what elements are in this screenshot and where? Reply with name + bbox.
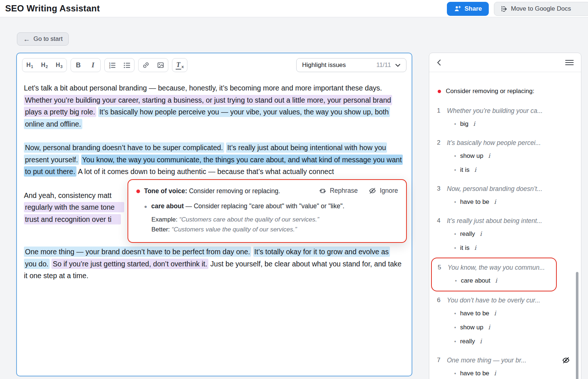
info-icon[interactable]: i [494, 198, 496, 205]
go-to-start-label: Go to start [33, 35, 62, 43]
h3-button[interactable]: H3 [52, 59, 67, 72]
eye-slash-icon[interactable] [562, 356, 570, 364]
issue-sentence-row[interactable]: 3Now, personal branding doesn’t... [437, 184, 570, 194]
issue-number: 3 [437, 185, 442, 192]
bold-button[interactable]: B [71, 59, 86, 72]
sidebar-scrollbar[interactable] [576, 272, 578, 379]
popup-actions: Rephrase Ignore [319, 186, 398, 195]
keyword-row[interactable]: •reallyi [437, 230, 570, 240]
issue-list: 1Whether you’re building your ca...•bigi… [437, 106, 570, 379]
issue-item: 5You know, the way you commun...•care ab… [438, 263, 551, 286]
share-button[interactable]: Share [447, 2, 489, 16]
text-segment: A lot of it comes down to being authenti… [76, 167, 334, 176]
image-button[interactable] [153, 59, 168, 72]
info-icon[interactable]: i [488, 152, 490, 159]
info-icon[interactable]: i [474, 166, 476, 173]
keyword-row[interactable]: •have to bei [437, 369, 570, 379]
hamburger-menu-icon[interactable] [565, 60, 574, 65]
example-label: Example: [151, 216, 179, 223]
keyword-row[interactable]: •bigi [437, 120, 570, 130]
keyword-label: care about [461, 277, 490, 284]
example-row: Example: “Customers care about the quali… [151, 215, 398, 234]
issue-item: 4It’s really just about being intent...•… [437, 216, 570, 254]
info-icon[interactable]: i [495, 277, 497, 284]
example-quote: “Customers care about the quality of our… [179, 216, 319, 223]
info-icon[interactable]: i [494, 369, 496, 377]
keyword-label: it is [460, 166, 470, 174]
active-issue-box[interactable]: 5You know, the way you commun...•care ab… [431, 258, 557, 291]
heading-buttons-group: H1 H2 H3 [22, 58, 67, 72]
term-suggestion: ● care about — Consider replacing "care … [144, 201, 398, 211]
info-icon[interactable]: i [474, 244, 476, 251]
person-plus-icon [454, 5, 461, 13]
issues-sidebar: Consider removing or replacing: 1Whether… [429, 53, 581, 379]
keyword-row[interactable]: •it isi [437, 244, 570, 254]
clear-formatting-button[interactable]: Tx [172, 59, 187, 72]
h2-button[interactable]: H2 [37, 59, 52, 72]
keyword-label: it is [460, 244, 470, 252]
italic-button[interactable]: I [86, 59, 100, 72]
issue-sentence-row[interactable]: 5You know, the way you commun... [438, 263, 551, 272]
paragraph[interactable]: Now, personal branding doesn’t have to b… [24, 142, 402, 178]
move-to-google-docs-button[interactable]: Move to Google Docs [494, 2, 588, 16]
issue-item: 6You don’t have to be overly cur...•have… [437, 295, 570, 347]
go-to-start-button[interactable]: ← Go to start [17, 32, 69, 46]
back-arrow-icon: ← [23, 36, 30, 43]
keyword-label: show up [460, 152, 483, 160]
info-icon[interactable]: i [473, 120, 475, 127]
issue-sentence-row[interactable]: 2It’s basically how people percei... [437, 138, 570, 148]
page-title: SEO Writing Assistant [5, 3, 100, 14]
keyword-label: really [460, 338, 475, 345]
issue-number: 1 [437, 107, 442, 114]
info-icon[interactable]: i [480, 337, 482, 345]
ordered-list-button[interactable]: 123 [105, 59, 119, 72]
issue-text: Consider removing or replacing. [187, 187, 280, 195]
text-segment [79, 156, 81, 164]
link-button[interactable] [139, 59, 153, 72]
h1-button[interactable]: H1 [22, 59, 37, 72]
chevron-left-icon[interactable] [437, 59, 441, 66]
highlighted-segment: One more thing — your brand doesn’t have… [24, 247, 251, 257]
image-icon [157, 61, 164, 69]
move-to-google-docs-label: Move to Google Docs [511, 5, 571, 13]
issue-sentence: Whether you’re building your ca... [447, 107, 543, 115]
keyword-label: have to be [460, 198, 489, 206]
info-icon[interactable]: i [488, 323, 490, 331]
bullet-list-icon [123, 61, 131, 69]
keyword-label: really [460, 230, 475, 238]
bullet-icon: • [454, 339, 456, 344]
tone-of-voice-popup: Tone of voice: Consider removing or repl… [128, 179, 407, 243]
bullet-icon: • [454, 311, 456, 316]
issue-number: 2 [437, 139, 442, 146]
info-icon[interactable]: i [494, 309, 496, 317]
keyword-row[interactable]: •reallyi [437, 337, 570, 347]
keyword-row[interactable]: •have to bei [437, 198, 570, 208]
issue-sentence: It’s basically how people percei... [447, 139, 541, 147]
paragraph[interactable]: One more thing — your brand doesn’t have… [24, 246, 402, 282]
bullet-icon: • [454, 153, 456, 159]
highlighted-segment: regularly with the same tone [24, 202, 124, 212]
bullet-list-button[interactable] [119, 59, 134, 72]
keyword-row[interactable]: •show upi [437, 323, 570, 333]
issue-sentence-row[interactable]: 7One more thing — your br... [437, 355, 570, 365]
keyword-row[interactable]: •show upi [437, 152, 570, 162]
bullet-icon: • [455, 278, 457, 284]
keyword-row[interactable]: •it isi [437, 166, 570, 176]
info-icon[interactable]: i [480, 230, 482, 237]
highlight-issues-dropdown[interactable]: Highlight issues 11/11 [296, 58, 406, 72]
issue-dot-icon [438, 90, 441, 93]
issue-sentence: It’s really just about being intent... [447, 217, 542, 225]
issue-sentence-row[interactable]: 1Whether you’re building your ca... [437, 106, 570, 116]
issue-dot-icon [136, 190, 140, 193]
keyword-row[interactable]: •care abouti [438, 277, 551, 286]
bullet-icon: • [454, 199, 456, 205]
term-keyword: care about [151, 202, 184, 210]
ignore-button[interactable]: Ignore [369, 187, 398, 195]
issue-item: 7One more thing — your br...•have to bei [437, 355, 570, 379]
keyword-row[interactable]: •have to bei [437, 309, 570, 319]
issue-sentence-row[interactable]: 6You don’t have to be overly cur... [437, 295, 570, 305]
rephrase-button[interactable]: Rephrase [319, 187, 358, 195]
svg-text:3: 3 [109, 66, 110, 68]
issue-sentence-row[interactable]: 4It’s really just about being intent... [437, 216, 570, 226]
paragraph[interactable]: Let’s talk a bit about personal branding… [24, 82, 402, 130]
